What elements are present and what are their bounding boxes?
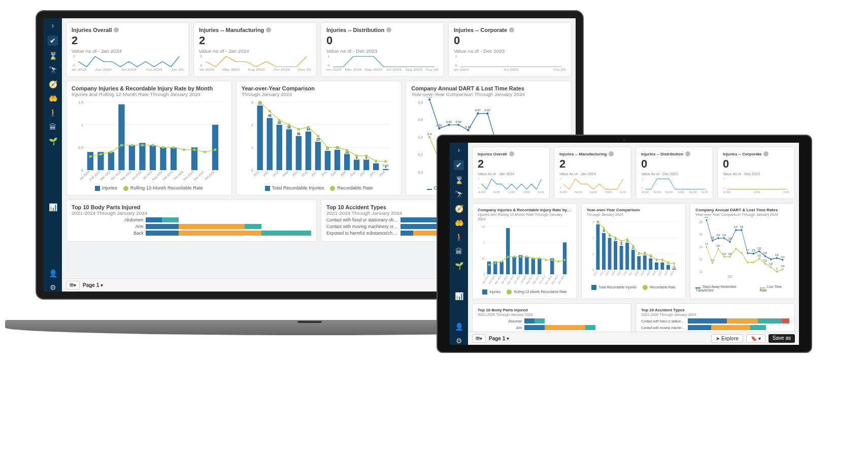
kpi-card-corp[interactable]: Injuries -- Corporate0Value As of - Dec … (448, 22, 572, 77)
sidebar-icon[interactable]: 🤲 (49, 94, 57, 103)
yoy-chart-card[interactable]: Year-over-Year ComparisonThrough January… (581, 203, 686, 299)
info-icon[interactable] (114, 27, 119, 33)
sidebar-icon[interactable]: ✔ (48, 36, 58, 46)
svg-text:2017: 2017 (311, 171, 317, 177)
info-icon[interactable] (266, 27, 271, 33)
kpi-asof: Value As of - Jan 2024 (478, 172, 544, 176)
save-as-button[interactable]: Save as (769, 334, 795, 343)
kpi-card-mfg[interactable]: Injuries -- Manufacturing2Value As of - … (193, 22, 317, 77)
svg-text:0.54: 0.54 (456, 120, 462, 123)
svg-text:0: 0 (777, 267, 778, 270)
yoy-chart-card[interactable]: Year-over-Year ComparisonThrough January… (236, 81, 402, 196)
svg-text:2012: 2012 (599, 270, 604, 276)
svg-text:Jul 2023: Jul 2023 (504, 68, 519, 71)
svg-rect-243 (538, 258, 541, 274)
sidebar-icon[interactable]: ⚙ (50, 283, 56, 292)
info-icon[interactable] (509, 27, 514, 33)
sidebar-icon[interactable]: 🔭 (455, 190, 463, 199)
page-selector[interactable]: Page 1 ▾ (489, 336, 509, 341)
svg-text:Jan 2024: Jan 2024 (171, 68, 184, 71)
svg-text:0.13: 0.13 (763, 259, 767, 262)
svg-text:0.37: 0.37 (717, 244, 720, 247)
kpi-value: 0 (723, 157, 789, 171)
info-icon[interactable] (509, 151, 514, 156)
sidebar-icon[interactable]: 🌱 (49, 137, 57, 145)
sidebar-icon[interactable]: 🔭 (49, 66, 57, 74)
svg-text:Sep 2023: Sep 2023 (689, 191, 697, 193)
chart-subtitle: 2021-2024 Through January 2024 (72, 210, 311, 216)
bodyparts-card[interactable]: Top 10 Body Parts Injured2021-2024 Throu… (472, 303, 631, 332)
svg-text:Jan 2023: Jan 2023 (482, 274, 489, 285)
svg-text:Jan 2024: Jan 2024 (558, 274, 564, 285)
svg-rect-239 (512, 257, 516, 274)
filter-tool[interactable]: ⛃▾ (66, 281, 80, 289)
info-icon[interactable] (609, 151, 614, 156)
sidebar-icon[interactable]: 🏛 (455, 247, 462, 255)
monthly-chart-card[interactable]: Company Injuries & Recordable Injury Rat… (472, 203, 577, 299)
sidebar-icon[interactable]: › (458, 146, 460, 154)
filter-tool[interactable]: ⛃▾ (472, 334, 486, 343)
chart-subtitle: Through January 2024 (242, 91, 396, 97)
svg-text:2018: 2018 (320, 171, 327, 177)
sidebar-icon[interactable]: ⌛ (49, 52, 57, 60)
svg-text:0.29: 0.29 (752, 249, 755, 252)
sidebar-icon[interactable]: 👤 (49, 269, 57, 277)
sidebar-icon[interactable]: 👤 (455, 322, 463, 331)
svg-rect-40 (139, 143, 145, 170)
svg-text:Mar 2023: Mar 2023 (99, 171, 111, 181)
sidebar-icon[interactable]: 🤲 (455, 219, 463, 227)
info-icon[interactable] (763, 151, 769, 156)
kpi-card-dist[interactable]: Injuries -- Distribution0Value As of - D… (636, 147, 713, 199)
sidebar-icon[interactable]: 🏛 (49, 123, 56, 131)
bodyparts-card[interactable]: Top 10 Body Parts Injured2021-2024 Throu… (66, 200, 317, 242)
accidents-card[interactable]: Top 10 Accident Types2021-2024 Through J… (636, 303, 795, 332)
info-icon[interactable] (685, 151, 690, 156)
kpi-card-corp[interactable]: Injuries -- Corporate0Value As of - Dec … (717, 147, 795, 199)
svg-text:0: 0 (642, 187, 643, 190)
sidebar-icon[interactable]: ⌛ (455, 176, 463, 184)
svg-text:1: 1 (251, 146, 253, 149)
info-icon[interactable] (386, 27, 391, 33)
chart-title: Top 10 Body Parts Injured (72, 204, 311, 210)
svg-text:Nov 2023: Nov 2023 (545, 274, 552, 285)
kpi-title: Injuries Overall (478, 152, 507, 156)
svg-rect-282 (596, 224, 599, 270)
dart-chart-card[interactable]: Company Annual DART & Lost Time RatesYea… (690, 203, 795, 299)
svg-text:0.39: 0.39 (672, 266, 676, 269)
sidebar-icon[interactable]: 📊 (455, 292, 463, 300)
svg-text:2019: 2019 (640, 270, 644, 276)
chart-title: Company Annual DART & Lost Time Rates (411, 85, 566, 91)
svg-text:0: 0 (455, 64, 457, 67)
hbar-row: Arm (72, 224, 311, 229)
svg-text:2: 2 (200, 55, 202, 58)
kpi-card-mfg[interactable]: Injuries -- Manufacturing2Value As of - … (554, 147, 631, 199)
kpi-card-overall[interactable]: Injuries Overall2Value As of - Jan 20242… (472, 147, 550, 199)
svg-text:0: 0 (251, 169, 253, 172)
svg-text:0.63: 0.63 (655, 262, 658, 265)
svg-text:2015: 2015 (291, 171, 298, 177)
monthly-chart-card[interactable]: Company Injuries & Recordable Injury Rat… (66, 81, 232, 196)
svg-text:0: 0 (81, 169, 83, 172)
svg-text:1: 1 (327, 55, 329, 58)
sidebar-icon[interactable]: ⚙ (456, 337, 462, 345)
kpi-asof: Value As of - Jan 2024 (199, 48, 311, 54)
kpi-card-overall[interactable]: Injuries Overall2Value As of - Jan 20242… (66, 22, 189, 77)
sidebar-icon[interactable]: 📊 (49, 203, 57, 211)
sidebar-icon[interactable]: 🧭 (49, 80, 57, 88)
sidebar-icon[interactable]: ✔ (454, 160, 464, 170)
page-selector[interactable]: Page 1 ▾ (83, 282, 103, 288)
kpi-card-dist[interactable]: Injuries -- Distribution0Value As of - D… (321, 22, 444, 77)
svg-text:2019: 2019 (330, 171, 337, 177)
sidebar-icon[interactable]: 🚶 (49, 109, 57, 117)
explore-button[interactable]: ➤ Explore (711, 334, 743, 343)
sidebar-icon[interactable]: › (52, 21, 54, 29)
svg-text:0: 0 (73, 64, 75, 67)
sidebar-icon[interactable]: 🧭 (455, 205, 463, 213)
svg-text:1.5: 1.5 (482, 225, 485, 229)
sidebar-icon[interactable]: 🚶 (455, 233, 463, 241)
sidebar-icon[interactable]: 🌱 (455, 262, 463, 270)
svg-rect-292 (625, 243, 629, 270)
svg-rect-237 (500, 262, 504, 274)
bookmark-button[interactable]: 🔖 ▾ (746, 334, 765, 343)
svg-text:0: 0 (592, 268, 593, 272)
